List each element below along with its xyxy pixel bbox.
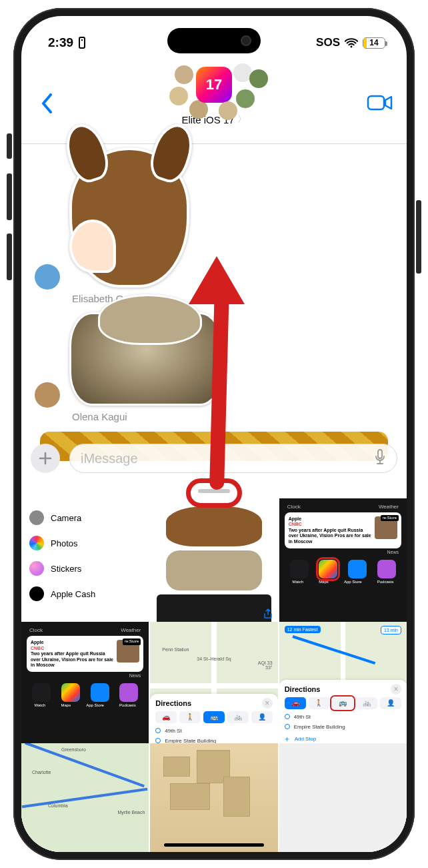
battery-percent: 14	[363, 38, 385, 48]
widget-footer: News	[27, 672, 143, 679]
frame-silence-switch	[7, 133, 12, 159]
photos-icon	[29, 536, 44, 550]
dog-sticker-icon	[69, 147, 189, 288]
widget-label: Weather	[121, 627, 141, 633]
annotation-ring	[316, 557, 340, 581]
directions-card: Directions × 🚗 🚶 🚌 🚲 👤 49th St	[150, 694, 277, 750]
photo-tile[interactable]: 12 min Fastest 13 min Directions × 🚗 🚶 🚌	[279, 622, 407, 749]
frame-volume-down	[7, 234, 12, 280]
mode-transit-icon: 🚌	[332, 697, 353, 709]
app-row-camera: Camera	[28, 505, 142, 530]
plus-icon	[38, 451, 53, 466]
podcasts-app-icon	[377, 560, 396, 578]
mode-ride-icon: 👤	[251, 711, 273, 723]
mode-walk-icon: 🚶	[179, 711, 201, 723]
app-label: Watch	[292, 580, 303, 584]
mode-bike-icon: 🚲	[227, 711, 249, 723]
photo-tile[interactable]	[150, 498, 277, 626]
avatar	[189, 100, 208, 119]
stop-label: 49th St	[294, 714, 311, 720]
mode-bike-icon: 🚲	[356, 697, 377, 709]
photo-tile[interactable]: Clock Weather Apple CNBC Two years after…	[279, 498, 407, 626]
widget-label: Clock	[29, 627, 43, 633]
city-label: Columbia	[48, 803, 68, 808]
widget-source: CNBC	[289, 522, 372, 527]
app-label: App Store	[344, 580, 362, 584]
mode-transit-icon: 🚌	[203, 711, 225, 723]
dictation-button[interactable]	[374, 449, 386, 468]
message-input[interactable]: iMessage	[69, 444, 397, 473]
route-badge: 12 min Fastest	[285, 626, 321, 633]
photo-tile[interactable]: Penn Station 34 St–Herald Sq AQI 33 33° …	[150, 622, 277, 749]
avatar	[219, 101, 237, 120]
sticker-attachment[interactable]	[69, 312, 223, 406]
camera-icon	[29, 510, 44, 525]
thumbnail-icon	[166, 506, 261, 546]
screen: 2:39 SOS 14 17	[21, 16, 407, 852]
city-label: Greensboro	[61, 747, 86, 752]
add-stop-label: Add Stop	[295, 736, 317, 742]
chevron-left-icon	[41, 93, 53, 113]
appstore-app-icon	[91, 683, 109, 702]
widget-headline: Two years after Apple quit Russia over U…	[31, 651, 114, 668]
sticker-attachment[interactable]	[69, 147, 189, 288]
podcasts-app-icon	[119, 683, 138, 702]
close-icon: ×	[262, 698, 273, 709]
widget-tag: re:Store	[123, 638, 141, 644]
avatar	[175, 65, 193, 84]
chevron-right-icon: 〉	[237, 113, 247, 125]
home-indicator[interactable]	[164, 843, 264, 847]
photo-tile[interactable]: Clock Weather Apple CNBC Two years after…	[21, 622, 149, 749]
widget-footer: News	[285, 548, 401, 556]
app-label: Stickers	[51, 564, 81, 574]
widget-vendor: Apple	[289, 516, 372, 522]
back-button[interactable]	[35, 88, 60, 120]
sender-avatar[interactable]	[35, 382, 60, 408]
frame-volume-up	[7, 173, 12, 220]
mode-walk-icon: 🚶	[309, 697, 330, 709]
stickers-icon	[29, 561, 44, 576]
app-drawer: Camera Photos Stickers Apple Cash	[21, 482, 407, 852]
app-dock	[27, 683, 143, 702]
group-header[interactable]: 17 Elite iOS 17 〉	[157, 61, 271, 126]
message-placeholder: iMessage	[81, 451, 138, 466]
news-widget: Apple CNBC Two years after Apple quit Ru…	[285, 512, 401, 548]
widget-vendor: Apple	[31, 640, 114, 645]
city-label: Charlotte	[32, 770, 51, 775]
svg-rect-3	[368, 96, 384, 109]
news-widget: Apple CNBC Two years after Apple quit Ru…	[27, 636, 143, 672]
photo-tile[interactable]: Camera Photos Stickers Apple Cash	[21, 498, 149, 626]
app-row-cash: Apple Cash	[28, 581, 142, 606]
map-label: Penn Station	[162, 647, 189, 652]
transport-modes: 🚗 🚶 🚌 🚲 👤	[285, 697, 401, 709]
svg-rect-0	[79, 37, 85, 48]
focus-icon	[77, 37, 87, 49]
sender-avatar[interactable]	[35, 264, 60, 290]
app-row-photos: Photos	[28, 530, 142, 556]
photo-grid[interactable]: Camera Photos Stickers Apple Cash	[21, 498, 407, 852]
status-time: 2:39	[48, 35, 73, 50]
avatar	[236, 89, 255, 108]
mode-car-icon: 🚗	[155, 711, 177, 723]
app-label: Camera	[51, 513, 81, 523]
photo-tile[interactable]: Greensboro Charlotte Columbia Myrtle Bea…	[21, 743, 149, 852]
app-label: App Store	[86, 703, 104, 707]
facetime-button[interactable]	[367, 93, 393, 115]
statue-sticker-icon	[69, 312, 223, 406]
annotation-swipe-up-arrow	[209, 296, 224, 490]
transport-modes: 🚗 🚶 🚌 🚲 👤	[155, 711, 272, 723]
dynamic-island	[167, 28, 261, 53]
mode-car-icon: 🚗	[285, 697, 306, 709]
widget-label: Weather	[379, 504, 399, 510]
directions-title: Directions	[285, 685, 321, 693]
photo-tile[interactable]	[279, 743, 407, 852]
share-icon	[263, 608, 273, 622]
app-row-stickers: Stickers	[28, 556, 142, 581]
plus-button[interactable]	[31, 444, 60, 473]
stop-label: 49th St	[165, 728, 181, 734]
watch-app-icon	[32, 683, 51, 702]
app-dock	[285, 560, 401, 578]
photo-tile[interactable]	[150, 743, 277, 852]
city-label: Myrtle Beach	[117, 810, 145, 815]
app-label: Apple Cash	[51, 589, 95, 599]
